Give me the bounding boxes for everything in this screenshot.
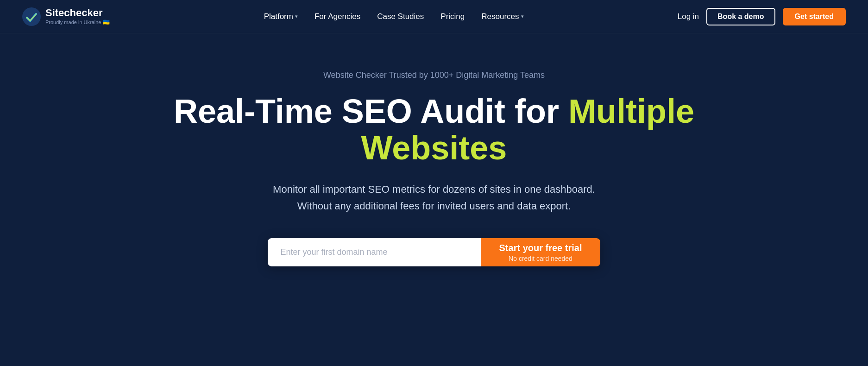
main-nav: Platform ▾ For Agencies Case Studies Pri…: [264, 12, 524, 21]
ukraine-flag-icon: 🇺🇦: [103, 19, 110, 25]
site-header: Sitechecker Proudly made in Ukraine 🇺🇦 P…: [0, 0, 868, 33]
logo-name: Sitechecker: [45, 7, 110, 19]
cta-button-sub-label: No credit card needed: [509, 255, 572, 262]
get-started-button[interactable]: Get started: [783, 8, 846, 25]
svg-point-0: [22, 7, 41, 26]
nav-item-case-studies[interactable]: Case Studies: [377, 12, 424, 21]
cta-form: Start your free trial No credit card nee…: [268, 238, 601, 266]
header-actions: Log in Book a demo Get started: [678, 8, 846, 25]
cta-button-main-label: Start your free trial: [499, 242, 582, 253]
chevron-down-icon: ▾: [521, 13, 524, 19]
hero-description: Monitor all important SEO metrics for do…: [273, 181, 595, 214]
start-trial-button[interactable]: Start your free trial No credit card nee…: [481, 238, 601, 266]
logo-link[interactable]: Sitechecker Proudly made in Ukraine 🇺🇦: [22, 7, 110, 26]
hero-section: Website Checker Trusted by 1000+ Digital…: [0, 33, 868, 313]
logo-icon: [22, 7, 41, 26]
book-demo-button[interactable]: Book a demo: [706, 8, 775, 25]
nav-item-resources[interactable]: Resources ▾: [481, 12, 523, 21]
nav-item-agencies[interactable]: For Agencies: [314, 12, 360, 21]
nav-item-pricing[interactable]: Pricing: [440, 12, 465, 21]
nav-item-platform[interactable]: Platform ▾: [264, 12, 298, 21]
login-button[interactable]: Log in: [678, 12, 699, 21]
logo-tagline: Proudly made in Ukraine 🇺🇦: [45, 19, 110, 25]
chevron-down-icon: ▾: [295, 13, 298, 19]
domain-input[interactable]: [268, 238, 481, 266]
hero-subtitle: Website Checker Trusted by 1000+ Digital…: [323, 70, 545, 80]
hero-title: Real-Time SEO Audit for Multiple Website…: [110, 93, 758, 166]
hero-title-part1: Real-Time SEO Audit for: [174, 93, 568, 130]
